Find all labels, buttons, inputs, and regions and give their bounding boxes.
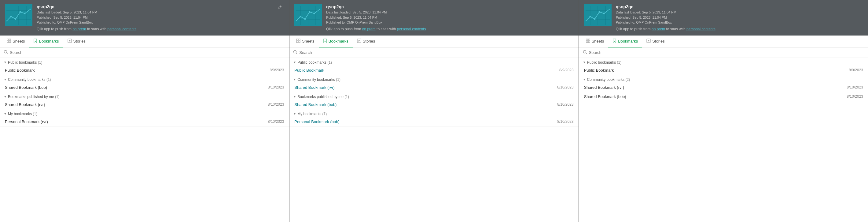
app-meta: Data last loaded: Sep 5, 2023, 11:04 PMP… xyxy=(326,10,574,25)
section-header-0[interactable]: ▼Public bookmarks (1) xyxy=(289,58,578,66)
app-meta: Data last loaded: Sep 5, 2023, 11:04 PMP… xyxy=(37,10,271,25)
stories-icon xyxy=(357,38,361,44)
svg-point-47 xyxy=(598,11,600,13)
tab-label-sheets: Sheets xyxy=(302,39,314,44)
section-header-1[interactable]: ▼Community bookmarks (1) xyxy=(0,75,289,83)
section-title: My bookmarks (1) xyxy=(298,112,327,116)
app-thumbnail xyxy=(584,4,612,26)
svg-point-46 xyxy=(594,18,595,20)
svg-marker-16 xyxy=(69,40,71,41)
bookmark-date: 8/9/2023 xyxy=(849,68,863,72)
search-input[interactable] xyxy=(10,50,285,55)
section-title: Community bookmarks (2) xyxy=(587,78,630,82)
bookmark-item[interactable]: Shared Bookmark (bob)8/10/2023 xyxy=(289,100,578,109)
bookmark-date: 8/10/2023 xyxy=(847,94,863,99)
bookmark-name: Personal Bookmark (bob) xyxy=(294,119,555,124)
tab-stories[interactable]: Stories xyxy=(63,35,90,48)
section-count: (1) xyxy=(46,78,51,82)
section-title: Bookmarks published by me (1) xyxy=(8,94,60,99)
bookmark-name: Shared Bookmark (bob) xyxy=(584,94,844,99)
bookmark-item[interactable]: Public Bookmark8/9/2023 xyxy=(579,66,868,75)
svg-line-56 xyxy=(586,53,587,54)
section-header-0[interactable]: ▼Public bookmarks (1) xyxy=(0,58,289,66)
bookmark-item[interactable]: Shared Bookmark (bob)8/10/2023 xyxy=(579,92,868,101)
svg-rect-33 xyxy=(299,41,300,43)
section-title: Community bookmarks (1) xyxy=(8,78,51,82)
app-header: qsop2qcData last loaded: Sep 5, 2023, 11… xyxy=(289,0,578,35)
section-header-2[interactable]: ▼Bookmarks published by me (1) xyxy=(0,92,289,100)
svg-point-27 xyxy=(304,18,306,20)
search-input[interactable] xyxy=(299,50,575,55)
section-header-3[interactable]: ▼My bookmarks (1) xyxy=(289,109,578,117)
tab-label-sheets: Sheets xyxy=(12,39,25,44)
panel-2: qsop2qcData last loaded: Sep 5, 2023, 11… xyxy=(289,0,579,222)
tab-bookmarks[interactable]: Bookmarks xyxy=(29,35,63,48)
tab-label-sheets: Sheets xyxy=(592,39,604,44)
bookmark-name: Personal Bookmark (rvr) xyxy=(5,119,265,124)
tab-label-stories: Stories xyxy=(73,39,86,44)
tab-sheets[interactable]: Sheets xyxy=(292,35,318,48)
app-header: qsop2qcData last loaded: Sep 5, 2023, 11… xyxy=(0,0,289,35)
app-info: qsop2qcData last loaded: Sep 5, 2023, 11… xyxy=(326,4,574,31)
bookmark-name: Shared Bookmark (rvr) xyxy=(294,85,555,90)
app-description: Qlik app to push from on prem to saas wi… xyxy=(326,27,574,31)
svg-point-10 xyxy=(24,13,26,15)
svg-marker-54 xyxy=(648,40,649,41)
bookmark-item[interactable]: Public Bookmark8/9/2023 xyxy=(289,66,578,75)
search-input[interactable] xyxy=(589,50,864,55)
tab-label-bookmarks: Bookmarks xyxy=(618,39,638,44)
section-count: (2) xyxy=(626,78,630,82)
section-header-1[interactable]: ▼Community bookmarks (2) xyxy=(579,75,868,83)
tab-label-bookmarks: Bookmarks xyxy=(39,39,59,44)
bookmark-date: 8/10/2023 xyxy=(268,119,284,124)
svg-rect-30 xyxy=(297,39,298,40)
bookmark-item[interactable]: Shared Bookmark (rvr)8/10/2023 xyxy=(289,83,578,92)
svg-point-36 xyxy=(294,50,297,53)
bookmark-date: 8/10/2023 xyxy=(557,102,574,107)
svg-point-7 xyxy=(10,16,12,18)
section-count: (1) xyxy=(38,60,42,65)
tab-stories[interactable]: Stories xyxy=(353,35,379,48)
tab-bookmarks[interactable]: Bookmarks xyxy=(608,35,642,48)
desc-highlight-personal: personal contents xyxy=(686,27,715,31)
edit-button[interactable] xyxy=(275,4,284,11)
bookmark-date: 8/10/2023 xyxy=(847,85,863,89)
section-count: (1) xyxy=(322,112,327,116)
search-icon xyxy=(293,50,298,55)
desc-highlight-onprem: on prem xyxy=(72,27,86,31)
tab-sheets[interactable]: Sheets xyxy=(2,35,29,48)
app-description: Qlik app to push from on prem to saas wi… xyxy=(616,27,863,31)
bookmark-item[interactable]: Shared Bookmark (rvr)8/10/2023 xyxy=(579,83,868,92)
svg-point-9 xyxy=(20,11,21,13)
bookmark-item[interactable]: Personal Bookmark (rvr)8/10/2023 xyxy=(0,117,289,127)
app-info: qsop2qcData last loaded: Sep 5, 2023, 11… xyxy=(37,4,271,31)
section-header-0[interactable]: ▼Public bookmarks (1) xyxy=(579,58,868,66)
section-title: Public bookmarks (1) xyxy=(298,60,332,65)
svg-point-45 xyxy=(589,16,591,18)
app-thumbnail xyxy=(5,4,32,26)
svg-point-17 xyxy=(4,50,7,53)
svg-point-26 xyxy=(300,16,301,18)
bookmark-date: 8/10/2023 xyxy=(557,85,574,89)
section-title: Bookmarks published by me (1) xyxy=(298,94,349,99)
section-header-2[interactable]: ▼Bookmarks published by me (1) xyxy=(289,92,578,100)
svg-point-29 xyxy=(314,13,315,15)
app-name: qsop2qc xyxy=(326,4,574,9)
bookmark-item[interactable]: Shared Bookmark (rvr)8/10/2023 xyxy=(0,100,289,109)
section-header-3[interactable]: ▼My bookmarks (1) xyxy=(0,109,289,117)
bookmark-name: Shared Bookmark (bob) xyxy=(5,85,265,90)
bookmark-name: Shared Bookmark (rvr) xyxy=(5,102,265,107)
bookmark-item[interactable]: Personal Bookmark (bob)8/10/2023 xyxy=(289,117,578,127)
tab-label-bookmarks: Bookmarks xyxy=(329,39,348,44)
section-title: Public bookmarks (1) xyxy=(8,60,42,65)
section-title: My bookmarks (1) xyxy=(8,112,37,116)
tab-bar: SheetsBookmarksStories xyxy=(579,35,868,48)
section-header-1[interactable]: ▼Community bookmarks (1) xyxy=(289,75,578,83)
tab-bookmarks[interactable]: Bookmarks xyxy=(319,35,353,48)
tab-stories[interactable]: Stories xyxy=(642,35,669,48)
svg-rect-31 xyxy=(299,39,300,40)
tab-sheets[interactable]: Sheets xyxy=(582,35,608,48)
section-count: (1) xyxy=(55,94,60,99)
bookmark-item[interactable]: Public Bookmark8/9/2023 xyxy=(0,66,289,75)
bookmark-item[interactable]: Shared Bookmark (bob)8/10/2023 xyxy=(0,83,289,92)
